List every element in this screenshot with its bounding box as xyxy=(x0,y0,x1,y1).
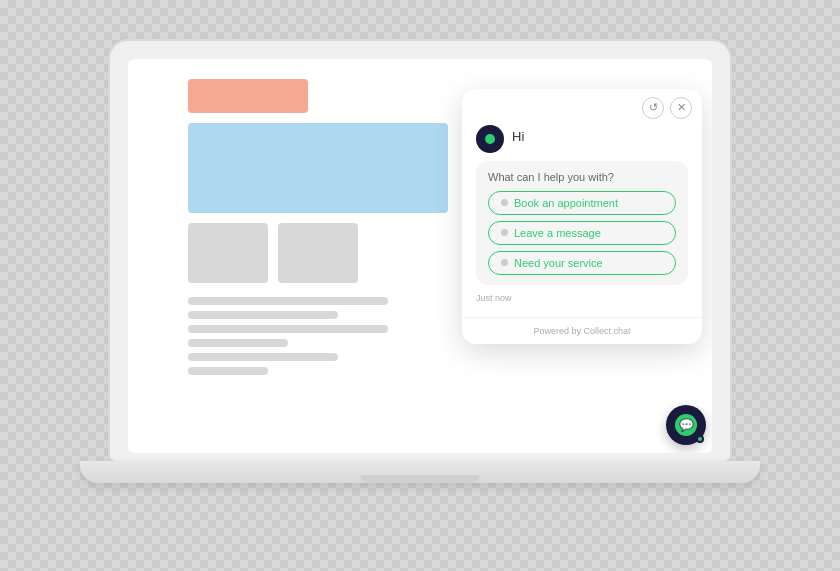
mockup-banner xyxy=(188,79,308,113)
chat-greeting: Hi xyxy=(512,129,524,144)
mockup-line-3 xyxy=(188,325,388,333)
chat-agent-row: Hi xyxy=(476,125,688,153)
laptop-screen-inner: ↺ ✕ Hi What can I help you with? xyxy=(128,59,712,453)
laptop-wrapper: ↺ ✕ Hi What can I help you with? xyxy=(100,41,740,531)
chat-body: Hi What can I help you with? Book an app… xyxy=(462,125,702,317)
launcher-online-badge xyxy=(696,435,704,443)
chat-subtitle: What can I help you with? xyxy=(488,171,676,183)
mockup-line-4 xyxy=(188,339,288,347)
chat-powered-by: Powered by Collect.chat xyxy=(533,326,630,336)
mockup-line-6 xyxy=(188,367,268,375)
chat-option-message-label: Leave a message xyxy=(514,227,601,239)
close-icon: ✕ xyxy=(677,101,686,114)
chat-timestamp: Just now xyxy=(476,293,688,303)
option-dot-1 xyxy=(501,199,508,206)
mockup-line-5 xyxy=(188,353,338,361)
chat-refresh-button[interactable]: ↺ xyxy=(642,97,664,119)
laptop-base xyxy=(80,461,760,483)
mockup-box-1 xyxy=(188,223,268,283)
chat-header: ↺ ✕ xyxy=(462,89,702,125)
laptop-screen-outer: ↺ ✕ Hi What can I help you with? xyxy=(110,41,730,461)
chat-launcher-button[interactable]: 💬 xyxy=(666,405,706,445)
chat-close-button[interactable]: ✕ xyxy=(670,97,692,119)
option-dot-2 xyxy=(501,229,508,236)
chat-option-message[interactable]: Leave a message xyxy=(488,221,676,245)
option-dot-3 xyxy=(501,259,508,266)
chat-option-service-label: Need your service xyxy=(514,257,603,269)
mockup-line-2 xyxy=(188,311,338,319)
chat-option-book-label: Book an appointment xyxy=(514,197,618,209)
chat-option-service[interactable]: Need your service xyxy=(488,251,676,275)
chat-launcher-icon: 💬 xyxy=(675,414,697,436)
chat-popup: ↺ ✕ Hi What can I help you with? xyxy=(462,89,702,344)
mockup-blue-block xyxy=(188,123,448,213)
refresh-icon: ↺ xyxy=(649,101,658,114)
agent-online-dot xyxy=(485,134,495,144)
mockup-box-2 xyxy=(278,223,358,283)
agent-avatar xyxy=(476,125,504,153)
chat-bubble-icon: 💬 xyxy=(679,418,694,432)
chat-option-book[interactable]: Book an appointment xyxy=(488,191,676,215)
chat-footer: Powered by Collect.chat xyxy=(462,317,702,344)
mockup-line-1 xyxy=(188,297,388,305)
chat-message-bubble: What can I help you with? Book an appoin… xyxy=(476,161,688,285)
